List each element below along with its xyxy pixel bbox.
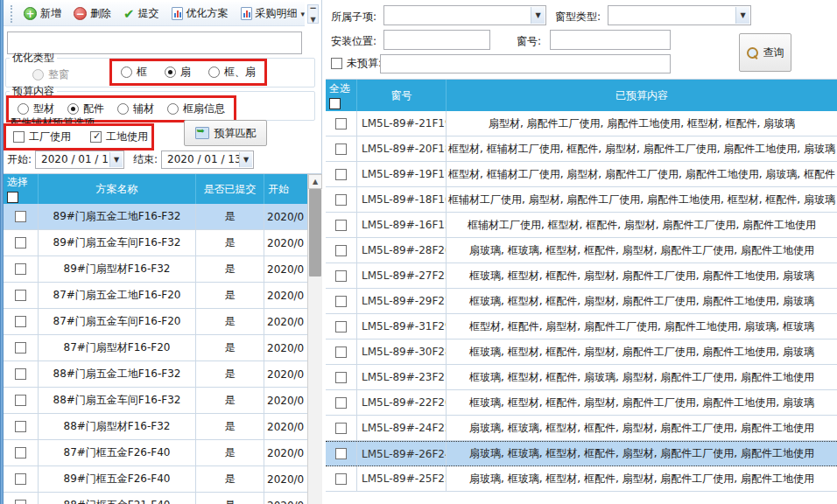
- plan-table-scrollbar[interactable]: ▲: [307, 174, 322, 504]
- window-no-input[interactable]: [550, 30, 671, 50]
- plan-table-row[interactable]: 88#门扇五金工地F16-F32 是 2020/0: [4, 361, 307, 388]
- window-table-row[interactable]: LM5L-89#-24F22 扇玻璃, 框玻璃, 框型材, 框配件, 扇型材, …: [326, 416, 837, 441]
- factory-use-checkbox[interactable]: 工厂使用: [13, 130, 71, 144]
- window-table-row[interactable]: LM5L-89#-28F26 扇玻璃, 框玻璃, 框型材, 框配件, 扇型材, …: [326, 238, 837, 263]
- window-type-combo[interactable]: ▼: [608, 5, 751, 25]
- chevron-down-icon[interactable]: ▼: [239, 152, 252, 167]
- radio-icon[interactable]: [121, 66, 132, 78]
- select-all-checkbox[interactable]: [329, 98, 341, 109]
- plan-table-row[interactable]: 89#门扇五金工地F16-F32 是 2020/0: [4, 204, 307, 230]
- optimize-plan-button[interactable]: 优化方案: [167, 4, 233, 23]
- chevron-down-icon[interactable]: ▼: [531, 7, 545, 24]
- row-checkbox[interactable]: [15, 368, 26, 380]
- row-checkbox[interactable]: [335, 245, 347, 256]
- row-checkbox[interactable]: [335, 144, 347, 155]
- window-table-row[interactable]: LM5L-89#-27F25 框玻璃, 框型材, 框配件, 扇型材, 扇配件工厂…: [326, 263, 837, 289]
- window-table-row[interactable]: LM5L-89#-22F20 框玻璃, 框型材, 框配件, 扇型材, 扇配件工厂…: [326, 390, 837, 416]
- purchase-detail-button[interactable]: 采购明细 ▾: [236, 4, 310, 23]
- row-checkbox[interactable]: [15, 395, 26, 406]
- row-checkbox[interactable]: [335, 169, 347, 180]
- end-date-picker[interactable]: 2020 / 01 / 13 ▼: [161, 150, 254, 169]
- row-checkbox[interactable]: [15, 237, 26, 248]
- plan-table-row[interactable]: 87#门扇型材F16-F20 是 2020/0: [4, 335, 307, 361]
- query-button[interactable]: 查询: [739, 33, 791, 72]
- radio-icon[interactable]: [208, 66, 220, 78]
- row-checkbox[interactable]: [15, 421, 26, 432]
- row-checkbox[interactable]: [15, 211, 26, 222]
- start-date-picker[interactable]: 2020 / 01 / 1 ▼: [35, 150, 124, 169]
- chevron-down-icon[interactable]: ▼: [735, 7, 749, 24]
- plan-table-row[interactable]: 89#门扇型材F16-F32 是 2020/0: [4, 256, 307, 283]
- submit-button[interactable]: ✔ 提交: [119, 4, 164, 23]
- plan-table-row[interactable]: 89#门框五金F26-F40 是 2020/0: [4, 466, 307, 493]
- row-checkbox[interactable]: [335, 423, 347, 434]
- row-checkbox[interactable]: [335, 296, 347, 307]
- radio-frame-sash-info[interactable]: 框扇信息: [167, 102, 225, 116]
- row-checkbox[interactable]: [335, 372, 347, 383]
- window-table-row[interactable]: LM5L-89#-30F28 框玻璃, 框型材, 框配件, 扇型材, 扇配件工厂…: [326, 340, 837, 365]
- row-checkbox[interactable]: [15, 342, 26, 354]
- window-table-row[interactable]: LM5L-89#-18F16 框辅材工厂使用, 扇型材, 扇配件工厂使用, 扇配…: [326, 187, 837, 213]
- row-checkbox[interactable]: [335, 270, 347, 282]
- window-table-row[interactable]: LM5L-89#-19F17 框型材, 框辅材工厂使用, 扇型材, 扇配件工厂使…: [326, 162, 837, 187]
- radio-sash[interactable]: 扇: [165, 65, 191, 80]
- row-checkbox[interactable]: [335, 448, 347, 459]
- checkbox-icon[interactable]: [90, 131, 102, 143]
- window-table-row[interactable]: LM5L-89#-16F15 框辅材工厂使用, 框型材, 框配件, 扇型材, 扇…: [326, 213, 837, 238]
- plan-table-row[interactable]: 87#门扇五金工地F16-F20 是 2020/0: [4, 283, 307, 309]
- select-all-checkbox[interactable]: [7, 192, 18, 203]
- row-checkbox[interactable]: [335, 194, 347, 206]
- window-table-row[interactable]: LM5L-89#-31F29 框型材, 框配件, 扇型材, 扇配件工厂使用, 扇…: [326, 314, 837, 340]
- plan-table-row[interactable]: 88#门扇五金车间F16-F32 是 2020/0: [4, 388, 307, 414]
- no-budget-input[interactable]: [380, 54, 671, 74]
- window-table-row[interactable]: LM5L-89#-20F18 框型材, 框辅材工厂使用, 框配件, 扇型材, 扇…: [326, 136, 837, 162]
- radio-icon[interactable]: [67, 103, 79, 115]
- window-table-row[interactable]: LM5L-89#-26F24 扇玻璃, 框玻璃, 框型材, 框配件, 扇型材, …: [326, 441, 837, 466]
- row-checkbox[interactable]: [335, 118, 347, 130]
- plan-table-row[interactable]: 88#门框五金F21-F40 是 2020/0: [4, 493, 307, 504]
- window-table-row[interactable]: LM5L-89#-21F19 扇型材, 扇配件工厂使用, 扇配件工地使用, 框型…: [326, 111, 837, 136]
- chevron-down-icon[interactable]: ▾: [301, 10, 306, 18]
- row-checkbox[interactable]: [15, 316, 26, 327]
- plan-name-column-header[interactable]: 方案名称: [39, 174, 196, 204]
- plan-table-row[interactable]: 87#门框五金F26-F40 是 2020/0: [4, 440, 307, 466]
- row-checkbox[interactable]: [15, 263, 26, 275]
- row-checkbox[interactable]: [335, 321, 347, 332]
- checkbox-icon[interactable]: [13, 131, 25, 143]
- budgeted-column-header[interactable]: 已预算内容: [447, 80, 837, 111]
- row-checkbox[interactable]: [15, 447, 26, 458]
- plan-table-row[interactable]: 89#门扇五金车间F16-F32 是 2020/0: [4, 230, 307, 256]
- radio-icon[interactable]: [18, 103, 29, 115]
- window-table-row[interactable]: LM5L-89#-29F27 框玻璃, 框型材, 框配件, 扇型材, 扇配件工厂…: [326, 289, 837, 314]
- radio-icon[interactable]: [117, 103, 129, 115]
- scroll-up-icon[interactable]: ▲: [308, 174, 322, 189]
- install-pos-input[interactable]: [383, 30, 490, 50]
- radio-frame-sash[interactable]: 框、扇: [208, 65, 256, 80]
- add-button[interactable]: + 新增: [19, 4, 66, 23]
- budget-match-button[interactable]: 预算匹配: [184, 120, 267, 146]
- row-checkbox[interactable]: [15, 473, 26, 485]
- radio-icon[interactable]: [165, 66, 176, 78]
- toolbar-grip[interactable]: [11, 5, 12, 23]
- row-checkbox[interactable]: [335, 397, 347, 409]
- sub-item-combo[interactable]: ▼: [383, 5, 546, 25]
- plan-table-row[interactable]: 87#门扇五金车间F16-F20 是 2020/0: [4, 309, 307, 335]
- radio-frame[interactable]: 框: [121, 65, 147, 80]
- radio-profile[interactable]: 型材: [18, 102, 54, 116]
- chevron-down-icon[interactable]: ▼: [109, 152, 123, 167]
- start-column-header[interactable]: 开始: [264, 174, 307, 204]
- radio-icon[interactable]: [167, 103, 179, 115]
- site-use-checkbox[interactable]: 工地使用: [90, 130, 148, 144]
- toolbar-overflow-button[interactable]: ▔▼: [307, 4, 319, 24]
- window-table-row[interactable]: LM5L-89#-25F23 扇玻璃, 框玻璃, 框型材, 框配件, 扇型材, …: [326, 466, 837, 492]
- row-checkbox[interactable]: [15, 500, 26, 504]
- no-budget-checkbox[interactable]: [331, 58, 342, 69]
- submitted-column-header[interactable]: 是否已提交: [196, 174, 264, 204]
- window-table-row[interactable]: LM5L-89#-23F21 框玻璃, 框型材, 框配件, 扇玻璃, 扇型材, …: [326, 365, 837, 390]
- row-checkbox[interactable]: [335, 473, 347, 485]
- row-checkbox[interactable]: [335, 346, 347, 358]
- window-no-column-header[interactable]: 窗号: [357, 80, 447, 111]
- scrollbar-thumb[interactable]: [309, 189, 321, 276]
- radio-auxiliary[interactable]: 辅材: [117, 102, 154, 116]
- delete-button[interactable]: − 删除: [69, 4, 116, 23]
